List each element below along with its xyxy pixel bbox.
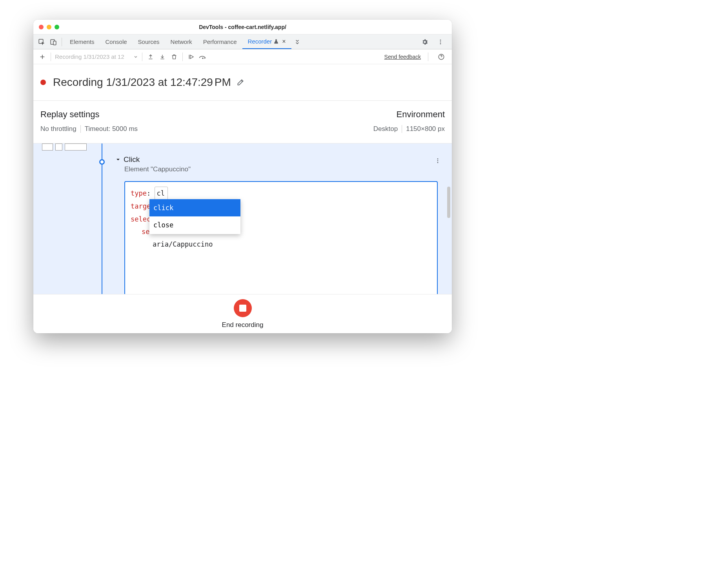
recording-dropdown-label: Recording 1/31/2023 at 12 — [55, 53, 124, 60]
svg-point-3 — [440, 40, 441, 41]
end-recording-button[interactable] — [234, 299, 252, 317]
replay-settings-heading: Replay settings — [40, 109, 138, 120]
help-icon[interactable] — [435, 51, 447, 63]
end-recording-label: End recording — [222, 321, 264, 329]
send-feedback-link[interactable]: Send feedback — [384, 54, 421, 60]
close-window-button[interactable] — [39, 25, 44, 29]
delete-button[interactable] — [168, 51, 180, 63]
type-input[interactable]: cl — [155, 187, 168, 200]
new-recording-button[interactable] — [36, 51, 48, 63]
titlebar: DevTools - coffee-cart.netlify.app/ — [33, 20, 452, 35]
stop-icon — [239, 305, 246, 312]
tab-performance[interactable]: Performance — [198, 35, 242, 49]
recorder-toolbar: Recording 1/31/2023 at 12 Send feedback — [33, 49, 452, 64]
collapse-icon[interactable] — [116, 157, 120, 162]
svg-point-9 — [437, 160, 439, 162]
kebab-menu-icon[interactable] — [435, 36, 446, 48]
devtools-window: DevTools - coffee-cart.netlify.app/ Elem… — [33, 20, 452, 333]
divider — [142, 53, 142, 61]
screenshot-strip — [42, 143, 87, 151]
recording-dropdown[interactable]: Recording 1/31/2023 at 12 — [53, 53, 140, 60]
editor-key-type: type — [131, 189, 147, 197]
divider — [428, 53, 428, 61]
screenshot-thumb[interactable] — [55, 143, 62, 151]
steps-panel: Click Element "Cappuccino" type: cl targ… — [33, 143, 452, 294]
divider — [62, 38, 62, 46]
svg-point-8 — [437, 158, 439, 160]
chevron-down-icon — [133, 54, 138, 59]
divider — [80, 125, 81, 133]
svg-rect-2 — [53, 41, 56, 45]
tab-sources[interactable]: Sources — [133, 35, 165, 49]
recording-title-row: Recording 1/31/2023 at 12:47:29 PM — [33, 64, 452, 101]
divider — [402, 125, 402, 133]
traffic-lights — [39, 25, 59, 29]
step-title: Click — [124, 155, 140, 164]
flask-icon — [273, 39, 279, 44]
timeline-line — [102, 143, 102, 294]
device-toolbar-icon[interactable] — [47, 36, 59, 48]
tab-recorder[interactable]: Recorder × — [242, 35, 291, 49]
autocomplete-popup: click close — [149, 199, 240, 234]
step-subtitle: Element "Cappuccino" — [124, 165, 191, 173]
divider — [51, 53, 51, 61]
svg-point-6 — [202, 58, 203, 58]
edit-title-button[interactable] — [237, 78, 244, 86]
replay-button[interactable] — [185, 51, 197, 63]
settings-row: Replay settings No throttling Timeout: 5… — [33, 101, 452, 143]
svg-point-10 — [437, 162, 439, 163]
tab-strip: Elements Console Sources Network Perform… — [33, 35, 452, 49]
screenshot-thumb[interactable] — [42, 143, 53, 151]
window-title: DevTools - coffee-cart.netlify.app/ — [33, 24, 452, 30]
step-header[interactable]: Click Element "Cappuccino" — [116, 155, 191, 173]
tab-recorder-label: Recorder — [248, 38, 272, 45]
more-tabs-icon[interactable] — [291, 36, 303, 48]
editor-selector-value[interactable]: aria/Cappuccino — [153, 240, 213, 248]
import-button[interactable] — [157, 51, 168, 63]
export-button[interactable] — [145, 51, 157, 63]
close-tab-icon[interactable]: × — [282, 38, 286, 45]
minimize-window-button[interactable] — [47, 25, 51, 29]
replay-settings: Replay settings No throttling Timeout: 5… — [40, 109, 138, 133]
editor-selector2-partial: selector #2 — [142, 253, 186, 254]
tab-network[interactable]: Network — [165, 35, 198, 49]
settings-icon[interactable] — [419, 36, 431, 48]
timeline-node[interactable] — [99, 159, 105, 165]
zoom-window-button[interactable] — [55, 25, 59, 29]
svg-point-4 — [440, 41, 441, 42]
step-editor[interactable]: type: cl target select selector #1: aria… — [124, 181, 438, 294]
inspect-element-icon[interactable] — [36, 36, 47, 48]
step-menu-button[interactable] — [435, 158, 441, 164]
panel-tabs: Elements Console Sources Network Perform… — [64, 35, 303, 49]
tab-console[interactable]: Console — [100, 35, 133, 49]
svg-point-5 — [440, 43, 441, 44]
record-indicator-icon — [40, 80, 46, 85]
screenshot-thumb[interactable] — [65, 143, 87, 151]
autocomplete-option-click[interactable]: click — [149, 199, 240, 216]
divider — [182, 53, 183, 61]
environment-heading: Environment — [396, 109, 445, 120]
recording-title: Recording 1/31/2023 at 12:47:29 PM — [53, 76, 231, 89]
throttling-value[interactable]: No throttling — [40, 125, 76, 133]
recorder-footer: End recording — [33, 294, 452, 333]
device-value[interactable]: Desktop — [373, 125, 398, 133]
timeout-value[interactable]: Timeout: 5000 ms — [85, 125, 138, 133]
environment-settings: Environment Desktop 1150×800 px — [373, 109, 445, 133]
scrollbar-thumb[interactable] — [447, 187, 450, 218]
viewport-value[interactable]: 1150×800 px — [406, 125, 445, 133]
autocomplete-option-close[interactable]: close — [149, 216, 240, 234]
tab-elements[interactable]: Elements — [64, 35, 100, 49]
step-over-button[interactable] — [197, 51, 209, 63]
